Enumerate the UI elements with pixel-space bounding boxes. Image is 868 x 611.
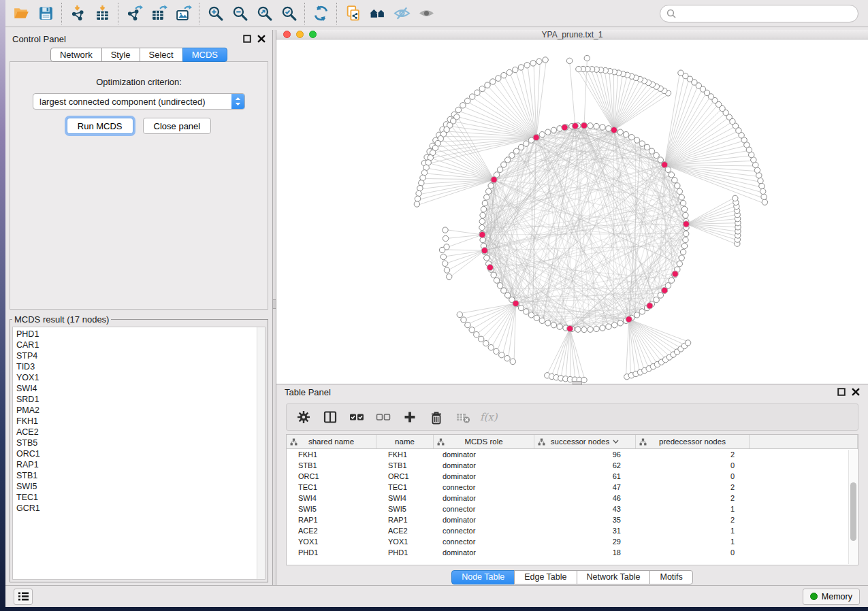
- network-node[interactable]: [594, 123, 599, 129]
- network-node[interactable]: [509, 152, 515, 158]
- criterion-select[interactable]: largest connected component (undirected): [33, 93, 245, 110]
- import-table-button[interactable]: [90, 3, 114, 24]
- network-node[interactable]: [575, 327, 581, 332]
- network-node[interactable]: [465, 322, 470, 327]
- dominator-node[interactable]: [479, 231, 485, 237]
- close-panel-button[interactable]: Close panel: [143, 118, 212, 134]
- network-node[interactable]: [518, 65, 524, 70]
- network-node[interactable]: [507, 69, 512, 75]
- zoom-out-button[interactable]: [227, 3, 252, 24]
- zoom-fit-button[interactable]: [252, 3, 276, 24]
- result-item[interactable]: YOX1: [16, 372, 257, 383]
- network-node[interactable]: [497, 167, 502, 172]
- network-node[interactable]: [414, 201, 419, 207]
- dominator-node[interactable]: [487, 265, 493, 271]
- network-node[interactable]: [588, 123, 593, 129]
- network-node[interactable]: [480, 212, 485, 218]
- network-node[interactable]: [534, 315, 539, 320]
- network-node[interactable]: [680, 249, 686, 254]
- table-tab-node-table[interactable]: Node Table: [451, 570, 515, 584]
- split-table-button[interactable]: [320, 407, 340, 427]
- network-node[interactable]: [658, 157, 663, 163]
- search-input[interactable]: [680, 8, 852, 18]
- table-row[interactable]: SWI5SWI5connector431: [287, 503, 858, 514]
- result-item[interactable]: STB5: [16, 437, 257, 448]
- export-table-button[interactable]: [146, 3, 171, 24]
- export-image-button[interactable]: [171, 3, 195, 24]
- table-row[interactable]: ORC1ORC1dominator610: [287, 471, 858, 482]
- network-node[interactable]: [496, 76, 501, 81]
- network-node[interactable]: [528, 312, 534, 318]
- network-node[interactable]: [539, 318, 545, 323]
- network-node[interactable]: [539, 132, 545, 137]
- network-node[interactable]: [683, 212, 688, 218]
- tab-network[interactable]: Network: [50, 48, 102, 62]
- network-canvas[interactable]: [276, 39, 868, 384]
- network-node[interactable]: [444, 267, 449, 273]
- table-row[interactable]: SWI4SWI4dominator462: [287, 493, 858, 503]
- network-node[interactable]: [482, 200, 487, 205]
- network-node[interactable]: [461, 317, 466, 323]
- network-node[interactable]: [505, 157, 511, 163]
- network-node[interactable]: [481, 206, 486, 212]
- network-node[interactable]: [524, 309, 529, 314]
- network-node[interactable]: [754, 167, 760, 173]
- import-network-button[interactable]: [65, 3, 90, 24]
- result-item[interactable]: FKH1: [16, 416, 257, 427]
- network-node[interactable]: [669, 172, 674, 178]
- tab-mcds[interactable]: MCDS: [182, 48, 227, 62]
- network-node[interactable]: [545, 129, 551, 135]
- network-node[interactable]: [504, 356, 510, 361]
- column-header-mcds-role[interactable]: MCDS role: [434, 435, 534, 448]
- apply-layout-button[interactable]: [308, 3, 333, 24]
- result-item[interactable]: ORC1: [16, 448, 257, 459]
- network-node[interactable]: [457, 312, 462, 317]
- network-node[interactable]: [617, 320, 623, 326]
- float-panel-icon[interactable]: [243, 35, 251, 43]
- save-session-button[interactable]: [33, 3, 58, 24]
- network-node[interactable]: [606, 324, 611, 329]
- table-row[interactable]: ACE2ACE2connector311: [287, 525, 858, 536]
- network-node[interactable]: [658, 293, 663, 298]
- network-node[interactable]: [761, 194, 767, 199]
- network-node[interactable]: [623, 132, 628, 137]
- network-node[interactable]: [447, 274, 452, 280]
- dominator-node[interactable]: [662, 287, 668, 293]
- network-node[interactable]: [484, 195, 489, 200]
- table-row[interactable]: STB1STB1dominator620: [287, 460, 858, 471]
- network-node[interactable]: [733, 195, 738, 201]
- dominator-node[interactable]: [491, 177, 497, 183]
- network-node[interactable]: [479, 86, 485, 91]
- network-node[interactable]: [524, 63, 530, 68]
- network-node[interactable]: [469, 327, 475, 333]
- dominator-node[interactable]: [513, 300, 519, 306]
- network-node[interactable]: [649, 148, 654, 154]
- network-node[interactable]: [644, 144, 649, 150]
- network-node[interactable]: [759, 183, 765, 188]
- zoom-selected-button[interactable]: [276, 3, 301, 24]
- network-node[interactable]: [415, 196, 420, 201]
- dominator-node[interactable]: [611, 127, 617, 133]
- close-table-panel-icon[interactable]: [852, 388, 860, 396]
- network-node[interactable]: [672, 178, 677, 183]
- network-node[interactable]: [443, 227, 448, 233]
- network-node[interactable]: [639, 141, 645, 146]
- network-node[interactable]: [680, 200, 686, 205]
- table-row[interactable]: FKH1FKH1dominator962: [287, 449, 858, 460]
- network-node[interactable]: [675, 183, 680, 188]
- result-item[interactable]: SWI4: [16, 383, 257, 394]
- network-node[interactable]: [416, 191, 421, 196]
- network-node[interactable]: [677, 261, 682, 267]
- network-node[interactable]: [551, 323, 556, 328]
- network-node[interactable]: [494, 348, 499, 354]
- network-node[interactable]: [518, 305, 524, 310]
- network-node[interactable]: [557, 324, 562, 329]
- close-panel-icon[interactable]: [257, 35, 266, 43]
- table-row[interactable]: RAP1RAP1dominator352: [287, 514, 858, 525]
- dominator-node[interactable]: [562, 125, 568, 131]
- network-node[interactable]: [460, 103, 466, 108]
- network-node[interactable]: [545, 320, 551, 326]
- result-item[interactable]: PMA2: [16, 405, 257, 416]
- network-node[interactable]: [420, 175, 425, 180]
- network-node[interactable]: [576, 66, 581, 71]
